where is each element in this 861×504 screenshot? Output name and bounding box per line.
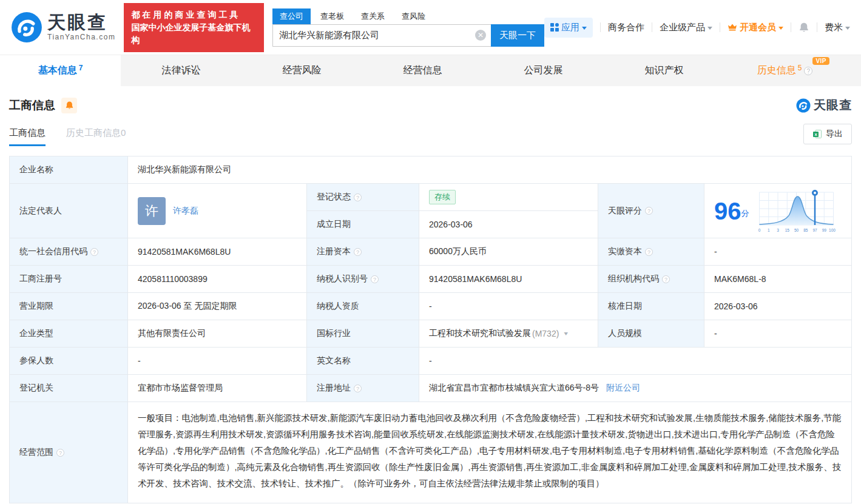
tab-company-development[interactable]: 公司发展 — [483, 55, 604, 86]
tick-label: 15 — [785, 228, 789, 232]
company-type-value: 其他有限责任公司 — [128, 320, 307, 347]
help-icon[interactable]: ? — [354, 193, 362, 201]
search-input[interactable] — [273, 25, 491, 46]
table-row: 企业名称 湖北华兴新能源有限公司 — [10, 156, 851, 184]
vip-badge: VIP — [812, 57, 829, 65]
tab-history-info[interactable]: VIP 历史信息 5 ? — [724, 55, 845, 86]
establish-date-label: 成立日期 — [307, 211, 419, 238]
search-input-wrap: ✕ — [272, 24, 491, 47]
nav-cooperation[interactable]: 商务合作 — [608, 22, 644, 33]
bell-icon — [65, 101, 74, 110]
subtab-history-business-info[interactable]: 历史工商信息0 — [66, 127, 126, 146]
table-row: 统一社会信用代码 ? 91420581MAK6M68L8U 注册资本 ? 600… — [10, 238, 851, 266]
help-icon[interactable]: ? — [371, 275, 379, 283]
search-tab-company[interactable]: 查公司 — [272, 8, 311, 24]
approval-date-value: 2026-03-06 — [704, 293, 851, 320]
industry-code: (M732) — [532, 329, 559, 338]
tick-label: 1 — [767, 228, 769, 232]
reg-status-label: 登记状态 — [317, 192, 351, 203]
table-row: 工商注册号 420581110003899 纳税人识别号 ? 91420581M… — [10, 266, 851, 293]
nav-enterprise-label: 企业级产品 — [660, 22, 705, 33]
search-tab-boss[interactable]: 查老板 — [313, 8, 351, 24]
table-row: 营业期限 2026-03-06 至 无固定期限 纳税人资质 - 核准日期 202… — [10, 293, 851, 320]
help-icon[interactable]: ? — [56, 449, 64, 457]
table-row: 企业类型 其他有限责任公司 国标行业 工程和技术研究和试验发展 (M732) ▼… — [10, 320, 851, 348]
promo-banner: 都在用的商业查询工具 国家中小企业发展子基金旗下机构 — [124, 3, 264, 52]
top-header: 天眼查 TianYanCha.com 都在用的商业查询工具 国家中小企业发展子基… — [0, 0, 861, 55]
nav-apps-label: 应用 — [561, 22, 579, 33]
business-scope-label-cell: 经营范围 ? — [10, 402, 128, 503]
business-info-table: 企业名称 湖北华兴新能源有限公司 法定代表人 许 许孝磊 登记状态 ? — [9, 156, 852, 503]
apps-grid-icon — [550, 23, 559, 32]
tab-legal-proceedings[interactable]: 法律诉讼 — [121, 55, 241, 86]
nav-user-menu[interactable]: 费米 — [825, 22, 850, 33]
taxpayer-id-value: 91420581MAK6M68L8U — [419, 266, 598, 292]
business-term-label: 营业期限 — [10, 293, 128, 320]
reg-capital-label: 注册资本 — [317, 246, 351, 257]
tab-operating-risk[interactable]: 经营风险 — [241, 55, 362, 86]
monitor-bell-button[interactable] — [61, 98, 77, 113]
tianyancha-logo[interactable]: 天眼查 TianYanCha.com — [11, 12, 115, 43]
reg-capital-label-cell: 注册资本 ? — [307, 238, 419, 265]
search-button[interactable]: 天眼一下 — [491, 24, 544, 47]
table-subrow: 成立日期 2026-03-06 — [307, 211, 598, 238]
tab-label: 经营风险 — [283, 64, 322, 77]
help-icon[interactable]: ? — [354, 248, 362, 256]
tab-basic-info[interactable]: 基本信息 7 — [0, 55, 121, 86]
reg-capital-value: 60000万人民币 — [419, 238, 598, 265]
chevron-down-icon[interactable]: ▼ — [562, 331, 569, 337]
taxpayer-id-label-cell: 纳税人识别号 ? — [307, 266, 419, 292]
help-icon[interactable]: ? — [354, 385, 362, 392]
status-badge: 存续 — [429, 190, 456, 204]
tianyancha-company-page: 天眼查 TianYanCha.com 都在用的商业查询工具 国家中小企业发展子基… — [0, 0, 861, 504]
subtab-current-business-info[interactable]: 工商信息 — [9, 127, 46, 146]
help-icon[interactable]: ? — [645, 207, 653, 215]
insured-count-value: - — [128, 348, 307, 374]
nav-open-vip[interactable]: 开通会员 — [728, 22, 783, 33]
nav-apps[interactable]: 应用 — [544, 18, 593, 38]
business-scope-value-cell: 一般项目：电池制造,电池销售,新兴能源技术研发,新能源汽车废旧动力蓄电池回收及梯… — [128, 402, 851, 503]
staff-size-label: 人员规模 — [598, 320, 704, 347]
search-bar: ✕ 天眼一下 — [272, 24, 544, 47]
tab-count: 5 — [798, 64, 802, 72]
insured-count-label: 参保人数 — [10, 348, 128, 374]
company-name-value: 湖北华兴新能源有限公司 — [128, 156, 851, 183]
clear-icon[interactable]: ✕ — [475, 30, 486, 41]
reg-address-value: 湖北省宜昌市宜都市枝城镇兴宜大道66号-8号 — [429, 383, 599, 394]
table-subrow: 登记状态 ? 存续 — [307, 184, 598, 211]
company-name-label: 企业名称 — [10, 156, 128, 183]
legal-rep-name-link[interactable]: 许孝磊 — [173, 206, 198, 217]
export-label: 导出 — [826, 129, 843, 139]
tab-label: 法律诉讼 — [162, 64, 201, 77]
org-code-value: MAK6M68L-8 — [704, 266, 851, 292]
legal-rep-avatar[interactable]: 许 — [138, 197, 166, 225]
export-button[interactable]: x 导出 — [803, 124, 852, 144]
crown-icon — [728, 22, 737, 32]
watermark-logo: 天眼查 — [796, 97, 852, 113]
tab-operating-info[interactable]: 经营信息 — [362, 55, 483, 86]
nearby-companies-link[interactable]: 附近公司 — [606, 383, 640, 394]
credit-code-label: 统一社会信用代码 — [19, 246, 87, 257]
search-tab-relation[interactable]: 查关系 — [354, 8, 392, 24]
reg-status-value-cell: 存续 — [419, 184, 598, 210]
industry-value: 工程和技术研究和试验发展 — [429, 328, 531, 339]
paid-capital-value: - — [704, 238, 851, 265]
org-code-label: 组织机构代码 — [608, 274, 659, 284]
reg-status-label-cell: 登记状态 ? — [307, 184, 419, 210]
search-tab-risk[interactable]: 查风险 — [394, 8, 433, 24]
industry-value-cell: 工程和技术研究和试验发展 (M732) ▼ — [419, 320, 598, 347]
tab-intellectual-property[interactable]: 知识产权 — [604, 55, 724, 86]
reg-authority-label: 登记机关 — [10, 375, 128, 402]
logo-brand: 天眼查 — [47, 13, 115, 32]
reg-address-label-cell: 注册地址 ? — [307, 375, 419, 402]
tab-count: 7 — [79, 64, 83, 72]
nav-enterprise[interactable]: 企业级产品 — [660, 22, 712, 33]
chevron-down-icon — [582, 27, 587, 30]
help-icon[interactable]: ? — [804, 67, 812, 75]
help-icon[interactable]: ? — [90, 248, 98, 256]
legal-rep-label: 法定代表人 — [10, 184, 128, 238]
nav-vip-label: 开通会员 — [740, 22, 776, 33]
help-icon[interactable]: ? — [645, 248, 653, 256]
notifications-bell[interactable] — [799, 22, 809, 33]
help-icon[interactable]: ? — [662, 275, 670, 283]
